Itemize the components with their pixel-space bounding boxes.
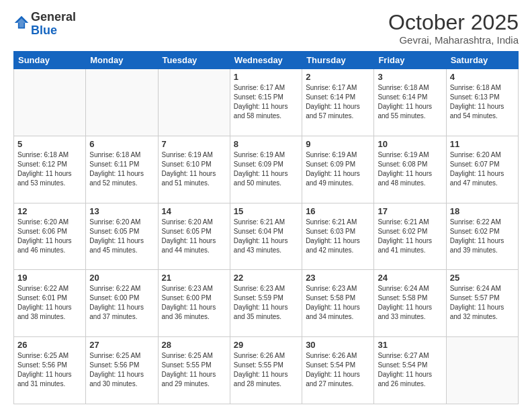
cell-info-13: Sunrise: 6:20 AM Sunset: 6:05 PM Dayligh… <box>89 218 154 255</box>
logo: General Blue <box>13 11 76 38</box>
table-cell-4-0: 26Sunrise: 6:25 AM Sunset: 5:56 PM Dayli… <box>14 337 86 404</box>
day-number-27: 27 <box>89 340 154 350</box>
cell-info-31: Sunrise: 6:27 AM Sunset: 5:54 PM Dayligh… <box>378 351 442 389</box>
col-monday: Monday <box>86 52 158 69</box>
table-cell-3-0: 19Sunrise: 6:22 AM Sunset: 6:01 PM Dayli… <box>14 270 86 337</box>
cell-info-1: Sunrise: 6:17 AM Sunset: 6:15 PM Dayligh… <box>234 83 298 121</box>
logo-text: General Blue <box>31 11 76 38</box>
day-number-30: 30 <box>306 340 370 350</box>
cell-info-17: Sunrise: 6:21 AM Sunset: 6:02 PM Dayligh… <box>378 218 442 255</box>
cell-info-2: Sunrise: 6:17 AM Sunset: 6:14 PM Dayligh… <box>306 83 370 121</box>
month-title: October 2025 <box>388 11 519 34</box>
day-number-20: 20 <box>89 273 154 283</box>
cell-info-3: Sunrise: 6:18 AM Sunset: 6:14 PM Dayligh… <box>378 83 442 121</box>
day-number-18: 18 <box>450 206 515 216</box>
cell-info-19: Sunrise: 6:22 AM Sunset: 6:01 PM Dayligh… <box>17 284 82 322</box>
col-saturday: Saturday <box>446 52 518 69</box>
table-cell-3-6: 25Sunrise: 6:24 AM Sunset: 5:57 PM Dayli… <box>446 270 518 337</box>
table-cell-3-1: 20Sunrise: 6:22 AM Sunset: 6:00 PM Dayli… <box>86 270 158 337</box>
cell-info-10: Sunrise: 6:19 AM Sunset: 6:08 PM Dayligh… <box>378 150 442 188</box>
table-cell-4-3: 29Sunrise: 6:26 AM Sunset: 5:55 PM Dayli… <box>230 337 302 404</box>
table-cell-3-5: 24Sunrise: 6:24 AM Sunset: 5:58 PM Dayli… <box>374 270 446 337</box>
day-number-8: 8 <box>234 139 298 149</box>
table-cell-0-6: 4Sunrise: 6:18 AM Sunset: 6:13 PM Daylig… <box>446 69 518 136</box>
table-cell-1-4: 9Sunrise: 6:19 AM Sunset: 6:09 PM Daylig… <box>302 136 374 203</box>
day-number-11: 11 <box>450 139 515 149</box>
table-cell-0-5: 3Sunrise: 6:18 AM Sunset: 6:14 PM Daylig… <box>374 69 446 136</box>
day-number-4: 4 <box>450 72 515 82</box>
cell-info-24: Sunrise: 6:24 AM Sunset: 5:58 PM Dayligh… <box>378 284 442 322</box>
day-number-28: 28 <box>162 340 226 350</box>
table-cell-0-3: 1Sunrise: 6:17 AM Sunset: 6:15 PM Daylig… <box>230 69 302 136</box>
day-number-15: 15 <box>234 206 298 216</box>
week-row-4: 26Sunrise: 6:25 AM Sunset: 5:56 PM Dayli… <box>14 337 519 404</box>
title-section: October 2025 Gevrai, Maharashtra, India <box>388 11 519 46</box>
cell-info-28: Sunrise: 6:25 AM Sunset: 5:55 PM Dayligh… <box>162 351 226 389</box>
day-number-1: 1 <box>234 72 298 82</box>
table-cell-2-5: 17Sunrise: 6:21 AM Sunset: 6:02 PM Dayli… <box>374 203 446 270</box>
day-number-29: 29 <box>234 340 298 350</box>
table-cell-1-1: 6Sunrise: 6:18 AM Sunset: 6:11 PM Daylig… <box>86 136 158 203</box>
table-cell-2-6: 18Sunrise: 6:22 AM Sunset: 6:02 PM Dayli… <box>446 203 518 270</box>
table-cell-4-2: 28Sunrise: 6:25 AM Sunset: 5:55 PM Dayli… <box>158 337 230 404</box>
calendar-page: General Blue October 2025 Gevrai, Mahara… <box>0 0 532 411</box>
day-number-21: 21 <box>162 273 226 283</box>
cell-info-22: Sunrise: 6:23 AM Sunset: 5:59 PM Dayligh… <box>234 284 298 322</box>
cell-info-27: Sunrise: 6:25 AM Sunset: 5:56 PM Dayligh… <box>89 351 154 389</box>
day-number-17: 17 <box>378 206 442 216</box>
cell-info-14: Sunrise: 6:20 AM Sunset: 6:05 PM Dayligh… <box>162 218 226 255</box>
table-cell-0-0 <box>14 69 86 136</box>
day-number-5: 5 <box>17 139 82 149</box>
day-number-10: 10 <box>378 139 442 149</box>
cell-info-25: Sunrise: 6:24 AM Sunset: 5:57 PM Dayligh… <box>450 284 515 322</box>
day-number-14: 14 <box>162 206 226 216</box>
col-friday: Friday <box>374 52 446 69</box>
location: Gevrai, Maharashtra, India <box>388 34 519 46</box>
header: General Blue October 2025 Gevrai, Mahara… <box>13 11 519 46</box>
header-row: Sunday Monday Tuesday Wednesday Thursday… <box>14 52 519 69</box>
cell-info-6: Sunrise: 6:18 AM Sunset: 6:11 PM Dayligh… <box>89 150 154 188</box>
table-cell-2-1: 13Sunrise: 6:20 AM Sunset: 6:05 PM Dayli… <box>86 203 158 270</box>
table-cell-1-3: 8Sunrise: 6:19 AM Sunset: 6:09 PM Daylig… <box>230 136 302 203</box>
table-cell-4-1: 27Sunrise: 6:25 AM Sunset: 5:56 PM Dayli… <box>86 337 158 404</box>
cell-info-21: Sunrise: 6:23 AM Sunset: 6:00 PM Dayligh… <box>162 284 226 322</box>
cell-info-15: Sunrise: 6:21 AM Sunset: 6:04 PM Dayligh… <box>234 218 298 255</box>
table-cell-1-5: 10Sunrise: 6:19 AM Sunset: 6:08 PM Dayli… <box>374 136 446 203</box>
col-wednesday: Wednesday <box>230 52 302 69</box>
day-number-3: 3 <box>378 72 442 82</box>
cell-info-30: Sunrise: 6:26 AM Sunset: 5:54 PM Dayligh… <box>306 351 370 389</box>
table-cell-0-4: 2Sunrise: 6:17 AM Sunset: 6:14 PM Daylig… <box>302 69 374 136</box>
table-cell-1-6: 11Sunrise: 6:20 AM Sunset: 6:07 PM Dayli… <box>446 136 518 203</box>
cell-info-11: Sunrise: 6:20 AM Sunset: 6:07 PM Dayligh… <box>450 150 515 188</box>
day-number-23: 23 <box>306 273 370 283</box>
table-cell-0-2 <box>158 69 230 136</box>
cell-info-20: Sunrise: 6:22 AM Sunset: 6:00 PM Dayligh… <box>89 284 154 322</box>
cell-info-8: Sunrise: 6:19 AM Sunset: 6:09 PM Dayligh… <box>234 150 298 188</box>
col-tuesday: Tuesday <box>158 52 230 69</box>
cell-info-4: Sunrise: 6:18 AM Sunset: 6:13 PM Dayligh… <box>450 83 515 121</box>
logo-blue-text: Blue <box>31 24 57 37</box>
week-row-1: 5Sunrise: 6:18 AM Sunset: 6:12 PM Daylig… <box>14 136 519 203</box>
day-number-2: 2 <box>306 72 370 82</box>
table-cell-3-4: 23Sunrise: 6:23 AM Sunset: 5:58 PM Dayli… <box>302 270 374 337</box>
logo-general-text: General <box>31 10 76 24</box>
cell-info-7: Sunrise: 6:19 AM Sunset: 6:10 PM Dayligh… <box>162 150 226 188</box>
day-number-9: 9 <box>306 139 370 149</box>
table-cell-1-2: 7Sunrise: 6:19 AM Sunset: 6:10 PM Daylig… <box>158 136 230 203</box>
cell-info-16: Sunrise: 6:21 AM Sunset: 6:03 PM Dayligh… <box>306 218 370 255</box>
table-cell-2-3: 15Sunrise: 6:21 AM Sunset: 6:04 PM Dayli… <box>230 203 302 270</box>
day-number-13: 13 <box>89 206 154 216</box>
table-cell-2-0: 12Sunrise: 6:20 AM Sunset: 6:06 PM Dayli… <box>14 203 86 270</box>
cell-info-29: Sunrise: 6:26 AM Sunset: 5:55 PM Dayligh… <box>234 351 298 389</box>
day-number-26: 26 <box>17 340 82 350</box>
table-cell-4-5: 31Sunrise: 6:27 AM Sunset: 5:54 PM Dayli… <box>374 337 446 404</box>
table-cell-3-3: 22Sunrise: 6:23 AM Sunset: 5:59 PM Dayli… <box>230 270 302 337</box>
col-thursday: Thursday <box>302 52 374 69</box>
cell-info-12: Sunrise: 6:20 AM Sunset: 6:06 PM Dayligh… <box>17 218 82 255</box>
table-cell-3-2: 21Sunrise: 6:23 AM Sunset: 6:00 PM Dayli… <box>158 270 230 337</box>
day-number-6: 6 <box>89 139 154 149</box>
cell-info-26: Sunrise: 6:25 AM Sunset: 5:56 PM Dayligh… <box>17 351 82 389</box>
table-cell-4-4: 30Sunrise: 6:26 AM Sunset: 5:54 PM Dayli… <box>302 337 374 404</box>
day-number-19: 19 <box>17 273 82 283</box>
week-row-0: 1Sunrise: 6:17 AM Sunset: 6:15 PM Daylig… <box>14 69 519 136</box>
